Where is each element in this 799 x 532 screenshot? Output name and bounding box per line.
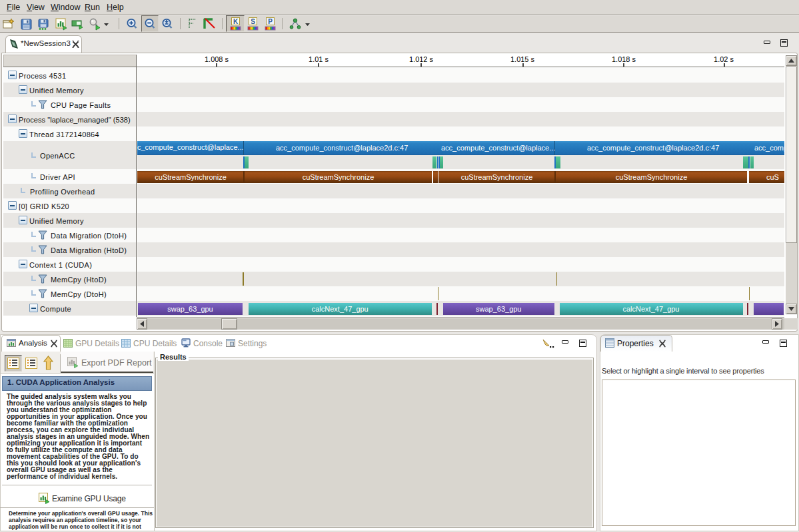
svg-text:K: K [233,18,239,25]
svg-text:P: P [268,18,273,25]
svg-text:S: S [251,18,255,25]
